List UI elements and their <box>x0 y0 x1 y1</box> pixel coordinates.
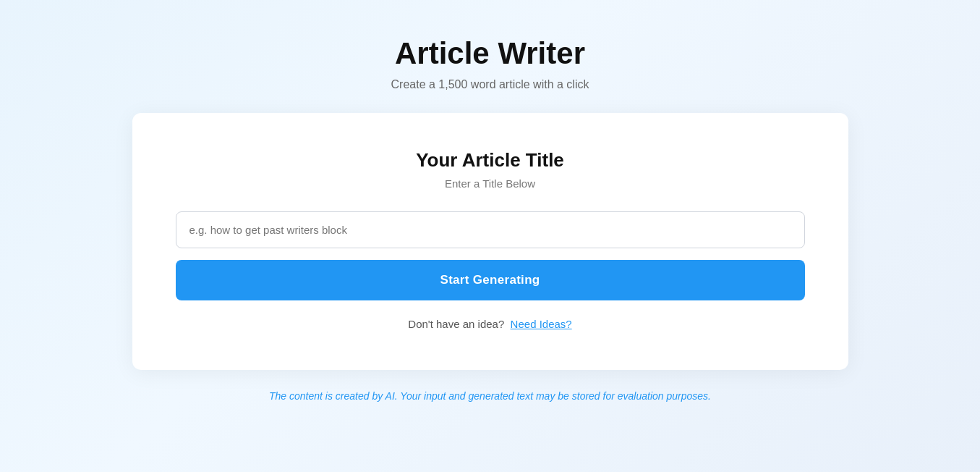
article-title-input[interactable] <box>176 211 805 248</box>
main-card: Your Article Title Enter a Title Below S… <box>132 113 848 370</box>
card-subtitle: Enter a Title Below <box>445 177 535 190</box>
card-title: Your Article Title <box>416 149 564 172</box>
idea-prompt-text: Don't have an idea? <box>408 318 504 330</box>
page-subtitle: Create a 1,500 word article with a click <box>391 78 589 91</box>
generate-button[interactable]: Start Generating <box>176 260 805 300</box>
page-header: Article Writer Create a 1,500 word artic… <box>391 36 589 91</box>
idea-prompt: Don't have an idea? Need Ideas? <box>408 318 571 330</box>
need-ideas-link[interactable]: Need Ideas? <box>511 318 572 330</box>
footer-notice: The content is created by AI. Your input… <box>269 390 711 402</box>
page-title: Article Writer <box>391 36 589 71</box>
